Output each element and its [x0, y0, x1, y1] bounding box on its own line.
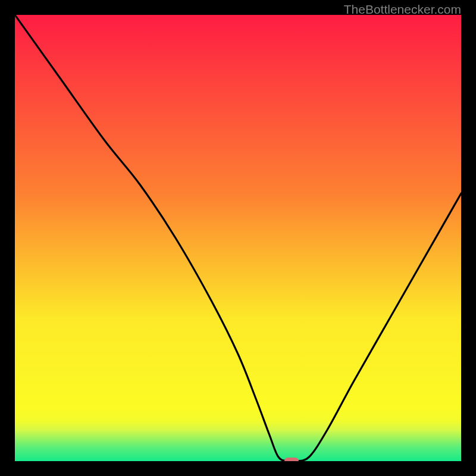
- chart-container: TheBottlenecker.com: [0, 0, 476, 476]
- plot-area: [15, 15, 461, 461]
- bottleneck-curve: [15, 15, 461, 461]
- optimal-marker: [284, 458, 299, 461]
- watermark-text: TheBottlenecker.com: [344, 2, 461, 17]
